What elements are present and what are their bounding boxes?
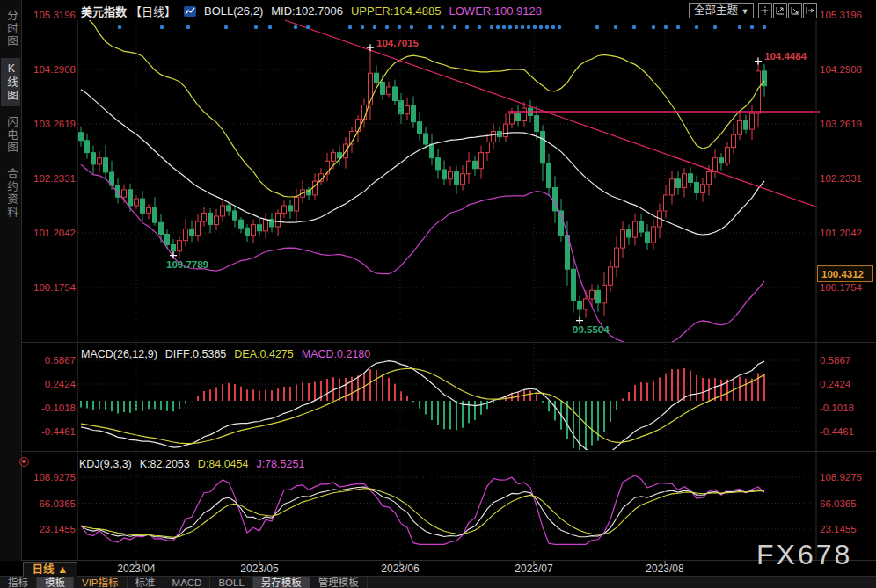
shift-right-icon[interactable]	[803, 3, 817, 18]
kdj-settings-icon[interactable]	[19, 457, 29, 467]
svg-text:23.1455: 23.1455	[39, 524, 76, 534]
svg-text:103.2619: 103.2619	[33, 119, 76, 129]
svg-text:2023/04: 2023/04	[117, 563, 156, 575]
boll-mid-value: MID:102.7006	[271, 4, 343, 18]
sidebar-item-1[interactable]: K线图	[1, 58, 20, 106]
svg-text:105.3196: 105.3196	[33, 10, 76, 20]
svg-text:100.1754: 100.1754	[33, 282, 77, 293]
svg-text:108.9275: 108.9275	[820, 472, 862, 483]
boll-upper-value: UPPER:104.4885	[351, 4, 442, 18]
zoom-axis-icon[interactable]	[773, 3, 787, 18]
toolbar-item-3[interactable]: 标准	[128, 577, 164, 588]
svg-text:2023/06: 2023/06	[381, 563, 420, 575]
svg-text:104.4484: 104.4484	[764, 51, 807, 62]
sidebar-item-3[interactable]: 合约资料	[1, 163, 20, 223]
watermark: FX678	[756, 539, 852, 571]
chart-header: 美元指数 【日线】 BOLL(26,2) MID:102.7006 UPPER:…	[81, 3, 542, 19]
indicator-toolbar: 指标模板VIP指标标准MACDBOLL另存模板管理模板	[0, 577, 876, 588]
macd-title: MACD(26,12,9)	[81, 348, 157, 360]
svg-text:23.1455: 23.1455	[820, 524, 857, 534]
svg-text:0.5867: 0.5867	[820, 355, 850, 366]
svg-text:102.2331: 102.2331	[820, 173, 862, 184]
macd-dea-value: DEA:0.4275	[234, 348, 293, 360]
svg-text:102.2331: 102.2331	[33, 173, 76, 184]
kdj-header: KDJ(9,3,3) K:82.2053 D:84.0454 J:78.5251	[79, 458, 304, 470]
period-label: 【日线】	[130, 3, 176, 19]
boll-lower-value: LOWER:100.9128	[449, 4, 543, 18]
chart-canvas[interactable]: 104.7015104.4484100.778999.5504105.31961…	[0, 0, 876, 588]
toolbar-item-7[interactable]: 管理模板	[310, 577, 368, 588]
svg-text:2023/08: 2023/08	[646, 563, 684, 575]
svg-text:104.2908: 104.2908	[820, 64, 862, 75]
macd-header: MACD(26,12,9) DIFF:0.5365 DEA:0.4275 MAC…	[81, 348, 370, 360]
svg-text:104.7015: 104.7015	[376, 38, 420, 48]
svg-text:101.2042: 101.2042	[33, 228, 76, 238]
zoom-range-icon[interactable]	[788, 3, 802, 18]
macd-diff-value: DIFF:0.5365	[165, 348, 226, 360]
svg-text:0.2424: 0.2424	[45, 379, 77, 389]
toolbar-item-4[interactable]: MACD	[164, 577, 211, 588]
svg-text:-0.4461: -0.4461	[820, 426, 854, 437]
chart-mode-sidebar: 分时图K线图闪电图合约资料	[0, 0, 22, 561]
chevron-down-icon: ▼	[741, 7, 749, 16]
kdj-k-value: K:82.2053	[140, 458, 190, 470]
svg-text:101.2042: 101.2042	[820, 228, 862, 238]
svg-text:99.5504: 99.5504	[573, 324, 610, 335]
macd-value: MACD:0.2180	[302, 348, 371, 360]
svg-text:105.3196: 105.3196	[820, 10, 862, 20]
svg-text:2023/07: 2023/07	[515, 563, 553, 575]
kdj-j-value: J:78.5251	[256, 458, 304, 470]
toolbar-item-5[interactable]: BOLL	[210, 577, 252, 588]
kdj-title: KDJ(9,3,3)	[79, 458, 132, 470]
svg-text:100.1754: 100.1754	[820, 282, 863, 293]
theme-dropdown[interactable]: 全部主题 ▼	[689, 3, 754, 18]
boll-label: BOLL(26,2)	[204, 4, 263, 18]
svg-text:-0.1018: -0.1018	[820, 403, 854, 413]
svg-text:100.4312: 100.4312	[821, 269, 864, 279]
svg-text:66.0365: 66.0365	[39, 498, 76, 509]
svg-text:-0.4461: -0.4461	[41, 426, 76, 437]
kdj-d-value: D:84.0454	[198, 458, 249, 470]
svg-text:66.0365: 66.0365	[820, 498, 857, 509]
period-tab-daily[interactable]: 日线 ▲	[23, 562, 77, 577]
svg-text:2023/05: 2023/05	[240, 563, 279, 575]
chart-type-icon	[184, 6, 196, 17]
sidebar-item-0[interactable]: 分时图	[1, 5, 20, 53]
toolbar-item-6[interactable]: 另存模板	[253, 577, 310, 588]
toolbar-item-2[interactable]: VIP指标	[74, 577, 128, 588]
svg-text:104.2908: 104.2908	[33, 64, 76, 75]
svg-text:108.9275: 108.9275	[33, 472, 76, 483]
svg-text:100.7789: 100.7789	[166, 259, 208, 270]
toolbar-item-0[interactable]: 指标	[0, 577, 37, 588]
trading-app-window: { "top_bar": { "symbol": "美元指数", "period…	[0, 0, 876, 588]
svg-text:103.2619: 103.2619	[820, 119, 862, 129]
theme-dropdown-label: 全部主题	[694, 4, 738, 17]
pan-tool-icon[interactable]	[758, 3, 772, 18]
sidebar-item-2[interactable]: 闪电图	[1, 112, 20, 159]
svg-text:-0.1018: -0.1018	[41, 403, 76, 413]
svg-text:0.2424: 0.2424	[820, 379, 851, 389]
svg-text:0.5867: 0.5867	[45, 355, 76, 366]
symbol-name: 美元指数	[81, 3, 127, 19]
toolbar-item-1[interactable]: 模板	[37, 577, 74, 588]
